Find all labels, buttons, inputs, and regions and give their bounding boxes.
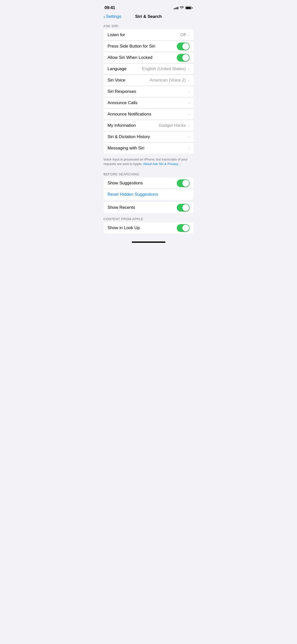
announce-notifications-chevron-icon: ›: [188, 112, 190, 116]
siri-voice-value: American (Voice 2): [150, 78, 186, 83]
siri-voice-chevron-icon: ›: [188, 78, 190, 82]
messaging-with-siri-right: ›: [188, 146, 190, 150]
siri-dictation-history-right: ›: [188, 135, 190, 139]
siri-voice-label: Siri Voice: [108, 75, 150, 86]
home-indicator: [132, 242, 165, 243]
content-from-apple-group: Show in Look Up: [104, 222, 194, 233]
back-chevron-icon: ‹: [104, 14, 105, 19]
language-chevron-icon: ›: [188, 67, 190, 71]
press-side-button-toggle[interactable]: [177, 43, 190, 50]
my-information-value: Gadget Hacks: [159, 123, 186, 128]
siri-dictation-history-row[interactable]: Siri & Dictation History ›: [104, 131, 194, 143]
before-searching-group: Show Suggestions Reset Hidden Suggestion…: [104, 178, 194, 200]
show-in-look-up-label: Show in Look Up: [108, 222, 177, 233]
show-suggestions-label: Show Suggestions: [108, 178, 177, 189]
messaging-with-siri-chevron-icon: ›: [188, 146, 190, 150]
show-recents-row: Show Recents: [104, 202, 194, 213]
siri-voice-row[interactable]: Siri Voice American (Voice 2) ›: [104, 75, 194, 86]
messaging-with-siri-label: Messaging with Siri: [108, 143, 188, 154]
siri-voice-right: American (Voice 2) ›: [150, 78, 189, 83]
announce-notifications-right: ›: [188, 112, 190, 116]
siri-dictation-history-chevron-icon: ›: [188, 135, 190, 139]
show-recents-group: Show Recents: [104, 202, 194, 213]
my-information-row[interactable]: My Information Gadget Hacks ›: [104, 120, 194, 131]
ask-siri-privacy-link[interactable]: About Ask Siri & Privacy...: [143, 162, 181, 166]
announce-calls-right: ›: [188, 101, 190, 105]
status-icons: [174, 6, 193, 10]
before-searching-header: BEFORE SEARCHING: [100, 170, 198, 178]
nav-bar: ‹ Settings Siri & Search: [100, 12, 198, 22]
wifi-icon: [180, 6, 184, 10]
siri-responses-chevron-icon: ›: [188, 90, 190, 94]
press-side-button-label: Press Side Button for Siri: [108, 41, 177, 52]
press-side-button-row: Press Side Button for Siri: [104, 41, 194, 52]
listen-for-chevron-icon: ›: [188, 33, 190, 37]
messaging-with-siri-row[interactable]: Messaging with Siri ›: [104, 143, 194, 154]
announce-calls-chevron-icon: ›: [188, 101, 190, 105]
toggle-knob: [182, 43, 189, 50]
back-button[interactable]: ‹ Settings: [104, 14, 121, 19]
allow-siri-locked-label: Allow Siri When Locked: [108, 52, 177, 63]
content-from-apple-header: CONTENT FROM APPLE: [100, 215, 198, 222]
announce-notifications-row[interactable]: Announce Notifications ›: [104, 109, 194, 120]
language-row[interactable]: Language English (United States) ›: [104, 63, 194, 75]
siri-dictation-history-label: Siri & Dictation History: [108, 131, 188, 142]
my-information-right: Gadget Hacks ›: [159, 123, 189, 128]
page-title: Siri & Search: [135, 14, 162, 19]
announce-calls-label: Announce Calls: [108, 97, 188, 108]
reset-hidden-suggestions-label: Reset Hidden Suggestions: [108, 189, 190, 200]
listen-for-right: Off ›: [180, 32, 189, 37]
siri-responses-row[interactable]: Siri Responses ›: [104, 86, 194, 97]
my-information-label: My Information: [108, 120, 159, 131]
show-suggestions-row: Show Suggestions: [104, 178, 194, 189]
status-bar: 09:41: [100, 0, 198, 12]
show-in-look-up-toggle[interactable]: [177, 224, 190, 232]
show-recents-label: Show Recents: [108, 202, 177, 213]
listen-for-label: Listen for: [108, 29, 180, 41]
listen-for-value: Off: [180, 32, 186, 37]
siri-responses-right: ›: [188, 90, 190, 94]
toggle-knob: [182, 225, 189, 231]
show-in-look-up-row: Show in Look Up: [104, 222, 194, 233]
status-time: 09:41: [105, 5, 115, 10]
show-recents-toggle[interactable]: [177, 204, 190, 212]
toggle-knob: [182, 180, 189, 187]
reset-hidden-suggestions-row[interactable]: Reset Hidden Suggestions: [104, 189, 194, 200]
ask-siri-header: ASK SIRI: [100, 22, 198, 29]
announce-calls-row[interactable]: Announce Calls ›: [104, 97, 194, 109]
allow-siri-locked-row: Allow Siri When Locked: [104, 52, 194, 63]
allow-siri-locked-toggle[interactable]: [177, 54, 190, 62]
language-right: English (United States) ›: [142, 66, 190, 71]
toggle-knob: [182, 54, 189, 61]
listen-for-row[interactable]: Listen for Off ›: [104, 29, 194, 41]
language-value: English (United States): [142, 66, 186, 71]
battery-icon: [185, 6, 193, 9]
signal-icon: [174, 6, 178, 9]
siri-responses-label: Siri Responses: [108, 86, 188, 97]
ask-siri-group: Listen for Off › Press Side Button for S…: [104, 29, 194, 154]
ask-siri-footer: Voice input is processed on iPhone, but …: [100, 156, 198, 170]
language-label: Language: [108, 63, 142, 74]
toggle-knob: [182, 204, 189, 211]
show-suggestions-toggle[interactable]: [177, 179, 190, 187]
back-label: Settings: [106, 14, 121, 19]
my-information-chevron-icon: ›: [188, 124, 190, 128]
announce-notifications-label: Announce Notifications: [108, 109, 188, 120]
